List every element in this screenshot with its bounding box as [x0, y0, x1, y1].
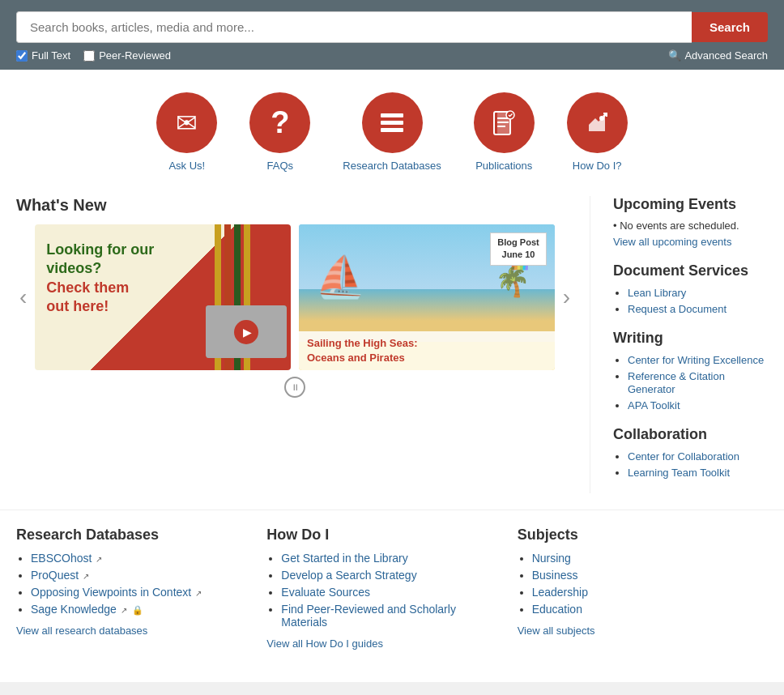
ask-us-icon: ✉ [156, 92, 217, 153]
nav-how-do-i[interactable]: How Do I? [567, 92, 628, 172]
carousel-pause-button[interactable]: ⏸ [284, 377, 305, 398]
search-small-icon: 🔍 [668, 49, 681, 62]
lock-icon: 🔒 [132, 605, 143, 616]
full-text-label: Full Text [32, 49, 70, 62]
external-link-icon: ↗ [121, 606, 127, 615]
right-sidebar: Upcoming Events No events are scheduled.… [590, 196, 768, 493]
document-services-list: Lean Library Request a Document [613, 286, 768, 315]
sage-knowledge-link[interactable]: Sage Knowledge [31, 603, 117, 616]
writing-list: Center for Writing Excellence Reference … [613, 353, 768, 411]
research-databases-label: Research Databases [343, 160, 441, 172]
list-item: Lean Library [628, 286, 768, 299]
main-two-col: What's New ‹ Looking for our [0, 188, 784, 510]
card1-video-thumb[interactable]: ▶ [206, 305, 287, 358]
how-do-i-icon [567, 92, 628, 153]
subjects-col-title: Subjects [518, 527, 752, 544]
publications-icon [474, 92, 535, 153]
carousel: ‹ Looking for our videos? Ch [16, 224, 573, 370]
how-do-i-label: How Do I? [573, 160, 622, 172]
peer-reviewed-link[interactable]: Find Peer-Reviewed and Scholarly Materia… [281, 603, 456, 629]
external-link-icon: ↗ [96, 555, 102, 564]
business-link[interactable]: Business [532, 569, 578, 582]
list-item: APA Toolkit [628, 399, 768, 411]
card2-badge: Blog Post June 10 [490, 232, 546, 266]
upcoming-events-title: Upcoming Events [613, 196, 768, 213]
citation-generator-link[interactable]: Reference & Citation Generator [628, 370, 725, 395]
nav-ask-us[interactable]: ✉ Ask Us! [156, 92, 217, 172]
document-services-title: Document Services [613, 262, 768, 279]
nav-research-databases[interactable]: Research Databases [343, 92, 441, 172]
how-do-i-list: Get Started in the Library Develop a Sea… [266, 552, 501, 629]
carousel-prev-button[interactable]: ‹ [16, 284, 30, 310]
carousel-card-2: ⛵ 🌈 🌴 Blog Post June 10 [299, 224, 555, 370]
faqs-label: FAQs [267, 160, 294, 172]
proquest-link[interactable]: ProQuest [31, 569, 79, 582]
research-databases-col: Research Databases EBSCOhost ↗ ProQuest … [16, 527, 266, 650]
nav-faqs[interactable]: ? FAQs [249, 92, 310, 172]
card2-caption: Sailing the High Seas:Oceans and Pirates [299, 331, 555, 370]
research-databases-list: EBSCOhost ↗ ProQuest ↗ Opposing Viewpoin… [16, 552, 250, 616]
research-databases-col-title: Research Databases [16, 527, 250, 544]
list-item: Request a Document [628, 302, 768, 315]
ship-icon: ⛵ [315, 254, 365, 301]
carousel-cards: Looking for our videos? Check them out h… [35, 224, 554, 370]
request-document-link[interactable]: Request a Document [628, 303, 726, 315]
faqs-icon: ? [249, 92, 310, 153]
list-item: Leadership [532, 586, 752, 599]
list-item: Find Peer-Reviewed and Scholarly Materia… [281, 603, 501, 629]
list-item: Education [532, 603, 752, 616]
subjects-list: Nursing Business Leadership Education [518, 552, 752, 616]
collaboration-list: Center for Collaboration Learning Team T… [613, 450, 768, 479]
card1-text: Looking for our videos? Check them out h… [46, 241, 154, 317]
view-all-howdoi-link[interactable]: View all How Do I guides [266, 637, 383, 650]
nursing-link[interactable]: Nursing [532, 552, 571, 565]
list-item: Get Started in the Library [281, 552, 501, 565]
advanced-search-link[interactable]: 🔍 Advanced Search [668, 49, 768, 62]
research-databases-icon [362, 92, 423, 153]
carousel-next-button[interactable]: › [560, 284, 573, 310]
opposing-viewpoints-link[interactable]: Opposing Viewpoints in Context [31, 586, 191, 599]
education-link[interactable]: Education [532, 603, 582, 616]
list-item: ProQuest ↗ [31, 569, 250, 582]
search-input[interactable] [16, 11, 692, 43]
list-item: Sage Knowledge ↗ 🔒 [31, 603, 250, 616]
svg-rect-0 [381, 113, 403, 117]
leadership-link[interactable]: Leadership [532, 586, 588, 599]
list-item: Business [532, 569, 752, 582]
peer-reviewed-checkbox[interactable]: Peer-Reviewed [83, 49, 171, 62]
no-events-text: No events are scheduled. [613, 220, 768, 232]
list-item: Evaluate Sources [281, 586, 501, 599]
carousel-card-1: Looking for our videos? Check them out h… [35, 224, 291, 370]
nav-publications[interactable]: Publications [474, 92, 535, 172]
list-item: Reference & Citation Generator [628, 369, 768, 395]
center-collaboration-link[interactable]: Center for Collaboration [628, 450, 739, 463]
writing-section: Writing Center for Writing Excellence Re… [613, 330, 768, 411]
view-all-events-link[interactable]: View all upcoming events [613, 236, 768, 248]
list-item: Center for Collaboration [628, 450, 768, 463]
list-item: EBSCOhost ↗ [31, 552, 250, 565]
view-all-databases-link[interactable]: View all research databases [16, 625, 147, 637]
search-button[interactable]: Search [692, 12, 768, 42]
how-do-i-col: How Do I Get Started in the Library Deve… [266, 527, 517, 650]
list-item: Center for Writing Excellence [628, 353, 768, 366]
writing-excellence-link[interactable]: Center for Writing Excellence [628, 354, 764, 366]
learning-team-toolkit-link[interactable]: Learning Team Toolkit [628, 467, 730, 479]
view-all-subjects-link[interactable]: View all subjects [518, 625, 595, 637]
list-item: Nursing [532, 552, 752, 565]
external-link-icon: ↗ [195, 589, 202, 598]
document-services-section: Document Services Lean Library Request a… [613, 262, 768, 315]
apa-toolkit-link[interactable]: APA Toolkit [628, 399, 680, 411]
search-strategy-link[interactable]: Develop a Search Strategy [281, 569, 416, 582]
external-link-icon: ↗ [83, 572, 89, 581]
get-started-link[interactable]: Get Started in the Library [281, 552, 407, 565]
full-text-checkbox[interactable]: Full Text [16, 49, 70, 62]
writing-title: Writing [613, 330, 768, 347]
svg-rect-1 [381, 121, 403, 125]
peer-reviewed-label: Peer-Reviewed [99, 49, 171, 62]
lean-library-link[interactable]: Lean Library [628, 287, 686, 299]
evaluate-sources-link[interactable]: Evaluate Sources [281, 586, 370, 599]
how-do-i-col-title: How Do I [266, 527, 501, 544]
ebscohost-link[interactable]: EBSCOhost [31, 552, 92, 565]
subjects-col: Subjects Nursing Business Leadership Edu… [518, 527, 768, 650]
ask-us-label: Ask Us! [168, 160, 205, 172]
